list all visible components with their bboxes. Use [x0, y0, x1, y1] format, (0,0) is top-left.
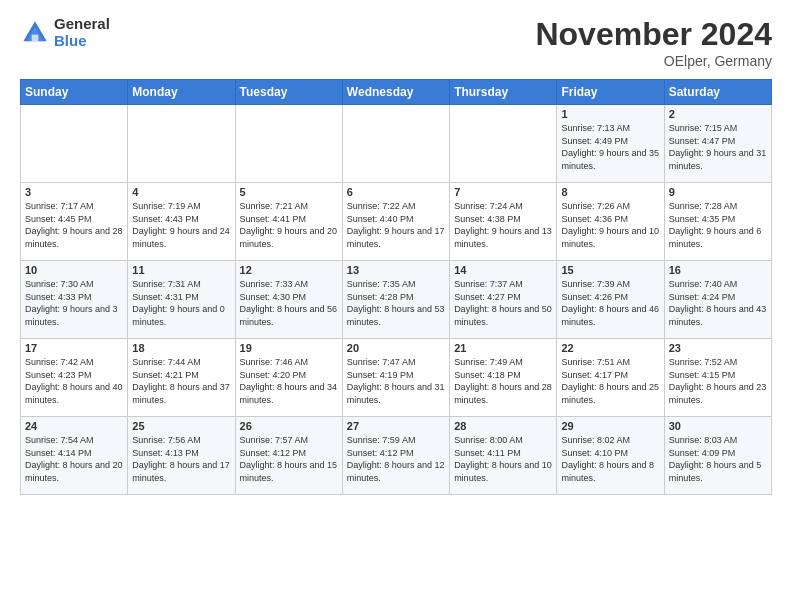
- calendar-cell: 4Sunrise: 7:19 AM Sunset: 4:43 PM Daylig…: [128, 183, 235, 261]
- day-number: 21: [454, 342, 552, 354]
- day-info: Sunrise: 7:28 AM Sunset: 4:35 PM Dayligh…: [669, 200, 767, 250]
- day-info: Sunrise: 7:56 AM Sunset: 4:13 PM Dayligh…: [132, 434, 230, 484]
- calendar-cell: 26Sunrise: 7:57 AM Sunset: 4:12 PM Dayli…: [235, 417, 342, 495]
- svg-rect-2: [32, 34, 39, 41]
- page: General Blue November 2024 OElper, Germa…: [0, 0, 792, 612]
- day-number: 3: [25, 186, 123, 198]
- day-info: Sunrise: 8:00 AM Sunset: 4:11 PM Dayligh…: [454, 434, 552, 484]
- logo-icon: [20, 18, 50, 48]
- calendar-cell: 28Sunrise: 8:00 AM Sunset: 4:11 PM Dayli…: [450, 417, 557, 495]
- calendar-cell: 22Sunrise: 7:51 AM Sunset: 4:17 PM Dayli…: [557, 339, 664, 417]
- day-number: 23: [669, 342, 767, 354]
- day-number: 4: [132, 186, 230, 198]
- day-info: Sunrise: 7:42 AM Sunset: 4:23 PM Dayligh…: [25, 356, 123, 406]
- calendar-cell: 12Sunrise: 7:33 AM Sunset: 4:30 PM Dayli…: [235, 261, 342, 339]
- day-number: 1: [561, 108, 659, 120]
- col-sunday: Sunday: [21, 80, 128, 105]
- calendar-cell: 11Sunrise: 7:31 AM Sunset: 4:31 PM Dayli…: [128, 261, 235, 339]
- day-info: Sunrise: 7:31 AM Sunset: 4:31 PM Dayligh…: [132, 278, 230, 328]
- calendar-cell: 2Sunrise: 7:15 AM Sunset: 4:47 PM Daylig…: [664, 105, 771, 183]
- col-thursday: Thursday: [450, 80, 557, 105]
- title-block: November 2024 OElper, Germany: [535, 16, 772, 69]
- day-info: Sunrise: 8:03 AM Sunset: 4:09 PM Dayligh…: [669, 434, 767, 484]
- col-tuesday: Tuesday: [235, 80, 342, 105]
- day-info: Sunrise: 7:37 AM Sunset: 4:27 PM Dayligh…: [454, 278, 552, 328]
- calendar-cell: [128, 105, 235, 183]
- day-number: 15: [561, 264, 659, 276]
- day-info: Sunrise: 7:24 AM Sunset: 4:38 PM Dayligh…: [454, 200, 552, 250]
- col-wednesday: Wednesday: [342, 80, 449, 105]
- day-number: 22: [561, 342, 659, 354]
- day-number: 16: [669, 264, 767, 276]
- day-info: Sunrise: 7:57 AM Sunset: 4:12 PM Dayligh…: [240, 434, 338, 484]
- calendar-cell: 5Sunrise: 7:21 AM Sunset: 4:41 PM Daylig…: [235, 183, 342, 261]
- calendar-cell: 16Sunrise: 7:40 AM Sunset: 4:24 PM Dayli…: [664, 261, 771, 339]
- col-monday: Monday: [128, 80, 235, 105]
- week-row-2: 10Sunrise: 7:30 AM Sunset: 4:33 PM Dayli…: [21, 261, 772, 339]
- day-number: 8: [561, 186, 659, 198]
- calendar-cell: 13Sunrise: 7:35 AM Sunset: 4:28 PM Dayli…: [342, 261, 449, 339]
- day-info: Sunrise: 7:44 AM Sunset: 4:21 PM Dayligh…: [132, 356, 230, 406]
- day-info: Sunrise: 7:52 AM Sunset: 4:15 PM Dayligh…: [669, 356, 767, 406]
- day-info: Sunrise: 7:33 AM Sunset: 4:30 PM Dayligh…: [240, 278, 338, 328]
- col-friday: Friday: [557, 80, 664, 105]
- day-info: Sunrise: 7:46 AM Sunset: 4:20 PM Dayligh…: [240, 356, 338, 406]
- day-info: Sunrise: 7:51 AM Sunset: 4:17 PM Dayligh…: [561, 356, 659, 406]
- day-number: 28: [454, 420, 552, 432]
- day-info: Sunrise: 7:13 AM Sunset: 4:49 PM Dayligh…: [561, 122, 659, 172]
- calendar-cell: 20Sunrise: 7:47 AM Sunset: 4:19 PM Dayli…: [342, 339, 449, 417]
- day-info: Sunrise: 7:26 AM Sunset: 4:36 PM Dayligh…: [561, 200, 659, 250]
- day-number: 11: [132, 264, 230, 276]
- calendar-cell: 17Sunrise: 7:42 AM Sunset: 4:23 PM Dayli…: [21, 339, 128, 417]
- day-number: 7: [454, 186, 552, 198]
- day-number: 13: [347, 264, 445, 276]
- calendar-cell: [235, 105, 342, 183]
- header-row: Sunday Monday Tuesday Wednesday Thursday…: [21, 80, 772, 105]
- logo-blue-text: Blue: [54, 33, 110, 50]
- calendar-cell: 3Sunrise: 7:17 AM Sunset: 4:45 PM Daylig…: [21, 183, 128, 261]
- day-number: 6: [347, 186, 445, 198]
- day-info: Sunrise: 8:02 AM Sunset: 4:10 PM Dayligh…: [561, 434, 659, 484]
- calendar-cell: 24Sunrise: 7:54 AM Sunset: 4:14 PM Dayli…: [21, 417, 128, 495]
- day-number: 26: [240, 420, 338, 432]
- logo: General Blue: [20, 16, 110, 49]
- logo-general-text: General: [54, 16, 110, 33]
- day-number: 18: [132, 342, 230, 354]
- day-number: 17: [25, 342, 123, 354]
- calendar-cell: 23Sunrise: 7:52 AM Sunset: 4:15 PM Dayli…: [664, 339, 771, 417]
- day-info: Sunrise: 7:22 AM Sunset: 4:40 PM Dayligh…: [347, 200, 445, 250]
- day-info: Sunrise: 7:19 AM Sunset: 4:43 PM Dayligh…: [132, 200, 230, 250]
- day-number: 2: [669, 108, 767, 120]
- day-info: Sunrise: 7:15 AM Sunset: 4:47 PM Dayligh…: [669, 122, 767, 172]
- day-number: 27: [347, 420, 445, 432]
- calendar-cell: [342, 105, 449, 183]
- calendar-cell: 8Sunrise: 7:26 AM Sunset: 4:36 PM Daylig…: [557, 183, 664, 261]
- logo-text: General Blue: [54, 16, 110, 49]
- week-row-3: 17Sunrise: 7:42 AM Sunset: 4:23 PM Dayli…: [21, 339, 772, 417]
- header: General Blue November 2024 OElper, Germa…: [20, 16, 772, 69]
- calendar-cell: 7Sunrise: 7:24 AM Sunset: 4:38 PM Daylig…: [450, 183, 557, 261]
- day-number: 20: [347, 342, 445, 354]
- day-number: 29: [561, 420, 659, 432]
- day-number: 9: [669, 186, 767, 198]
- day-info: Sunrise: 7:17 AM Sunset: 4:45 PM Dayligh…: [25, 200, 123, 250]
- calendar-cell: 6Sunrise: 7:22 AM Sunset: 4:40 PM Daylig…: [342, 183, 449, 261]
- calendar-cell: 25Sunrise: 7:56 AM Sunset: 4:13 PM Dayli…: [128, 417, 235, 495]
- day-number: 10: [25, 264, 123, 276]
- day-info: Sunrise: 7:30 AM Sunset: 4:33 PM Dayligh…: [25, 278, 123, 328]
- calendar-cell: 15Sunrise: 7:39 AM Sunset: 4:26 PM Dayli…: [557, 261, 664, 339]
- col-saturday: Saturday: [664, 80, 771, 105]
- calendar-cell: 29Sunrise: 8:02 AM Sunset: 4:10 PM Dayli…: [557, 417, 664, 495]
- day-info: Sunrise: 7:54 AM Sunset: 4:14 PM Dayligh…: [25, 434, 123, 484]
- month-title: November 2024: [535, 16, 772, 53]
- day-info: Sunrise: 7:39 AM Sunset: 4:26 PM Dayligh…: [561, 278, 659, 328]
- calendar-cell: 18Sunrise: 7:44 AM Sunset: 4:21 PM Dayli…: [128, 339, 235, 417]
- calendar-cell: 27Sunrise: 7:59 AM Sunset: 4:12 PM Dayli…: [342, 417, 449, 495]
- day-number: 5: [240, 186, 338, 198]
- day-info: Sunrise: 7:35 AM Sunset: 4:28 PM Dayligh…: [347, 278, 445, 328]
- week-row-4: 24Sunrise: 7:54 AM Sunset: 4:14 PM Dayli…: [21, 417, 772, 495]
- day-info: Sunrise: 7:49 AM Sunset: 4:18 PM Dayligh…: [454, 356, 552, 406]
- calendar-body: 1Sunrise: 7:13 AM Sunset: 4:49 PM Daylig…: [21, 105, 772, 495]
- day-number: 14: [454, 264, 552, 276]
- calendar-cell: 9Sunrise: 7:28 AM Sunset: 4:35 PM Daylig…: [664, 183, 771, 261]
